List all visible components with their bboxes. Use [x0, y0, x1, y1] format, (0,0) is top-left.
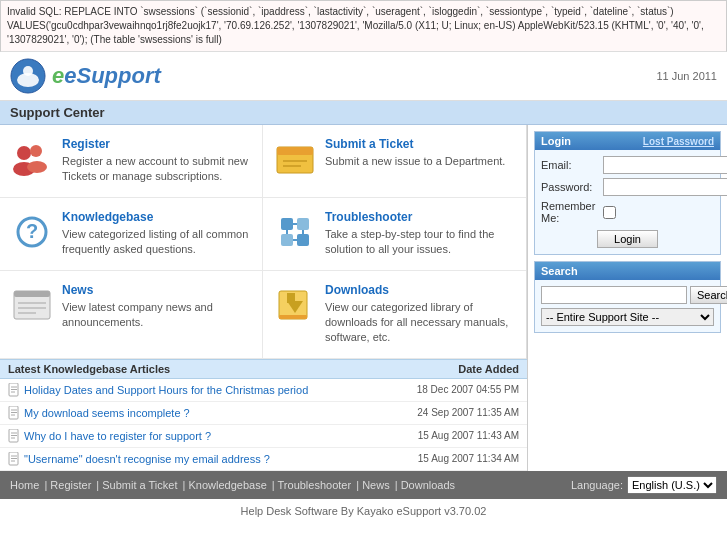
card-downloads: Downloads View our categorized library o…	[263, 271, 526, 359]
kb-article-0-date: 18 Dec 2007 04:55 PM	[417, 384, 519, 395]
svg-point-3	[17, 146, 31, 160]
svg-rect-15	[281, 234, 293, 246]
card-troubleshooter-desc: Take a step-by-step tour to find the sol…	[325, 227, 516, 258]
footer-link-home[interactable]: Home	[10, 479, 39, 491]
search-header: Search	[535, 262, 720, 280]
doc-icon-3	[8, 452, 20, 466]
ticket-icon	[273, 137, 317, 181]
error-text: Invalid SQL: REPLACE INTO `swsessions` (…	[7, 6, 704, 45]
card-register-content: Register Register a new account to submi…	[62, 137, 252, 185]
email-row: Email:	[541, 156, 714, 174]
news-icon	[10, 283, 54, 327]
svg-rect-14	[297, 218, 309, 230]
footer-sep-1: |	[93, 479, 102, 491]
card-kb-content: Knowledgebase View categorized listing o…	[62, 210, 252, 258]
password-input[interactable]	[603, 178, 727, 196]
downloads-icon	[273, 283, 317, 327]
card-register-desc: Register a new account to submit new Tic…	[62, 154, 252, 185]
kb-header-right: Date Added	[458, 363, 519, 375]
footer-link-submit[interactable]: Submit a Ticket	[102, 479, 177, 491]
email-input[interactable]	[603, 156, 727, 174]
card-register-icon	[10, 137, 54, 181]
card-downloads-desc: View our categorized library of download…	[325, 300, 516, 346]
card-kb: ? Knowledgebase View categorized listing…	[0, 198, 263, 271]
card-submit-ticket: Submit a Ticket Submit a new issue to a …	[263, 125, 526, 198]
footer-link-register[interactable]: Register	[50, 479, 91, 491]
cards-grid: Register Register a new account to submi…	[0, 125, 527, 359]
card-downloads-icon	[273, 283, 317, 327]
search-input[interactable]	[541, 286, 687, 304]
card-news-content: News View latest company news and announ…	[62, 283, 252, 331]
svg-point-2	[23, 66, 33, 76]
kb-article-3-title[interactable]: "Username" doesn't recognise my email ad…	[8, 452, 270, 466]
svg-rect-8	[277, 147, 313, 155]
remember-checkbox[interactable]	[603, 206, 616, 219]
login-body: Email: Password: Remember Me: Login	[535, 150, 720, 254]
language-select[interactable]: English (U.S.)	[627, 476, 717, 494]
card-ticket-icon	[273, 137, 317, 181]
search-button[interactable]: Search	[690, 286, 727, 304]
footer-link-kb[interactable]: Knowledgebase	[188, 479, 266, 491]
footer-sep-4: |	[353, 479, 362, 491]
logo-icon-svg	[10, 58, 46, 94]
support-center-title: Support Center	[10, 105, 105, 120]
footer-language: Language: English (U.S.)	[571, 476, 717, 494]
kb-icon: ?	[10, 210, 54, 254]
svg-text:?: ?	[26, 220, 38, 242]
card-ticket-content: Submit a Ticket Submit a new issue to a …	[325, 137, 505, 169]
doc-icon-0	[8, 383, 20, 397]
login-button[interactable]: Login	[597, 230, 658, 248]
card-news-icon	[10, 283, 54, 327]
card-ticket-title[interactable]: Submit a Ticket	[325, 137, 505, 151]
footer-link-news[interactable]: News	[362, 479, 390, 491]
error-bar: Invalid SQL: REPLACE INTO `swsessions` (…	[0, 0, 727, 52]
copyright-text: Help Desk Software By Kayako eSupport v3…	[241, 505, 487, 517]
kb-article-1-title[interactable]: My download seems incomplete ?	[8, 406, 190, 420]
search-title: Search	[541, 265, 578, 277]
header: eeSupport 11 Jun 2011	[0, 52, 727, 101]
card-troubleshooter: Troubleshooter Take a step-by-step tour …	[263, 198, 526, 271]
search-body: Search -- Entire Support Site --	[535, 280, 720, 332]
card-troubleshooter-title[interactable]: Troubleshooter	[325, 210, 516, 224]
kb-article-2-title[interactable]: Why do I have to register for support ?	[8, 429, 211, 443]
card-register-title[interactable]: Register	[62, 137, 252, 151]
svg-rect-22	[14, 291, 50, 297]
lost-password-link[interactable]: Lost Password	[643, 136, 714, 147]
copyright: Help Desk Software By Kayako eSupport v3…	[0, 499, 727, 523]
kb-article-2-date: 15 Aug 2007 11:43 AM	[418, 430, 519, 441]
card-troubleshooter-content: Troubleshooter Take a step-by-step tour …	[325, 210, 516, 258]
email-label: Email:	[541, 159, 599, 171]
card-downloads-title[interactable]: Downloads	[325, 283, 516, 297]
logo-brand: eSupport	[64, 63, 161, 88]
card-register: Register Register a new account to submi…	[0, 125, 263, 198]
login-header: Login Lost Password	[535, 132, 720, 150]
footer-link-trouble[interactable]: Troubleshooter	[278, 479, 352, 491]
header-date: 11 Jun 2011	[656, 70, 717, 82]
svg-rect-16	[297, 234, 309, 246]
kb-header-left: Latest Knowledgebase Articles	[8, 363, 170, 375]
doc-icon-1	[8, 406, 20, 420]
kb-article-0-title[interactable]: Holiday Dates and Support Hours for the …	[8, 383, 308, 397]
doc-icon-2	[8, 429, 20, 443]
kb-table-header: Latest Knowledgebase Articles Date Added	[0, 359, 527, 379]
search-box: Search Search -- Entire Support Site --	[534, 261, 721, 333]
card-kb-title[interactable]: Knowledgebase	[62, 210, 252, 224]
search-row: Search	[541, 286, 714, 304]
card-kb-icon: ?	[10, 210, 54, 254]
main-layout: Register Register a new account to submi…	[0, 125, 727, 471]
login-title: Login	[541, 135, 571, 147]
footer-link-downloads[interactable]: Downloads	[401, 479, 455, 491]
card-troubleshooter-icon	[273, 210, 317, 254]
footer-sep-5: |	[392, 479, 401, 491]
svg-rect-13	[281, 218, 293, 230]
language-label: Language:	[571, 479, 623, 491]
remember-row: Remember Me:	[541, 200, 714, 224]
kb-row-0: Holiday Dates and Support Hours for the …	[0, 379, 527, 402]
search-scope-select[interactable]: -- Entire Support Site --	[541, 308, 714, 326]
footer-links: Home | Register | Submit a Ticket | Know…	[10, 479, 457, 491]
card-news-desc: View latest company news and announcemen…	[62, 300, 252, 331]
kb-article-3-date: 15 Aug 2007 11:34 AM	[418, 453, 519, 464]
card-news-title[interactable]: News	[62, 283, 252, 297]
troubleshooter-icon	[273, 210, 317, 254]
password-row: Password:	[541, 178, 714, 196]
